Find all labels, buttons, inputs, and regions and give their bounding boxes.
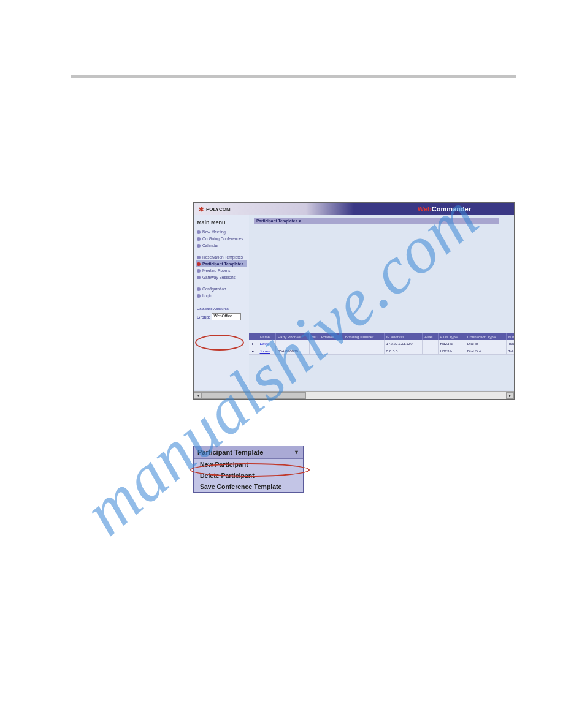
main-content: Participant Templates ▾ Name Party Phone…: [249, 215, 514, 390]
row-icon[interactable]: ▸: [249, 340, 258, 347]
participant-template-menu: Participant Template ▼ New Participant D…: [193, 446, 304, 493]
bullet-icon: [197, 276, 201, 279]
nav-label: Login: [202, 294, 212, 298]
cell-mcu: [310, 347, 343, 355]
webcommander-window: ✱ POLYCOM WebCommander Main Menu New Mee…: [193, 202, 515, 400]
th-mcu-phones[interactable]: MCU Phones: [310, 333, 343, 340]
cell-conn: Dial Out: [465, 347, 506, 355]
cell-name[interactable]: Jones: [258, 347, 275, 355]
vendor-name: POLYCOM: [206, 207, 231, 212]
cell-party: 054-890880: [275, 347, 309, 355]
nav-meeting-rooms[interactable]: Meeting Rooms: [196, 267, 247, 274]
nav-login[interactable]: Login: [196, 292, 247, 299]
nav-new-meeting[interactable]: New Meeting: [196, 229, 247, 235]
cell-conn: Dial In: [465, 340, 506, 347]
scroll-track[interactable]: [202, 392, 506, 399]
cell-party: [275, 340, 309, 347]
cell-aliastype: H323 Id: [438, 340, 465, 347]
horizontal-scrollbar[interactable]: ◂ ▸: [194, 391, 514, 399]
menu-delete-participant[interactable]: Delete Participant: [194, 470, 303, 481]
cell-ip: 0.0.0.0: [384, 347, 423, 355]
db-label: Database Accounts: [196, 305, 247, 311]
th-conn-type[interactable]: Connection Type: [465, 333, 506, 340]
bullet-icon: [197, 287, 201, 291]
bullet-icon: [197, 230, 201, 234]
bullet-icon: [197, 237, 201, 241]
table-row[interactable]: ▸ Dave 172.22.133.139 H323 Id Dial In Ta…: [249, 340, 515, 347]
cell-alias: [423, 347, 439, 355]
nav-ongoing[interactable]: On Going Conferences: [196, 235, 247, 242]
cell-bonding: [343, 340, 384, 347]
th-bonding[interactable]: Bonding Number: [343, 333, 384, 340]
cell-name[interactable]: Dave: [258, 340, 275, 347]
menu-header[interactable]: Participant Template ▼: [194, 446, 303, 459]
nav-label: Calendar: [202, 243, 218, 248]
group-row: Group: WebOffice: [196, 311, 247, 322]
table-row[interactable]: ▸ Jones 054-890880 0.0.0.0 H323 Id Dial …: [249, 347, 515, 355]
nav-gateway-sessions[interactable]: Gateway Sessions: [196, 274, 247, 281]
nav-label: Configuration: [202, 287, 226, 291]
menu-new-participant[interactable]: New Participant: [194, 459, 303, 470]
bullet-icon: [197, 256, 201, 259]
th-ip[interactable]: IP Address: [384, 333, 423, 340]
nav-calendar[interactable]: Calendar: [196, 242, 247, 249]
nav-label: Reservation Templates: [202, 255, 243, 259]
title-web: Web: [418, 205, 432, 213]
vendor-logo: ✱ POLYCOM: [199, 206, 231, 213]
nav-label: Gateway Sessions: [202, 275, 236, 279]
cell-aliastype: H323 Id: [438, 347, 465, 355]
scroll-left-button[interactable]: ◂: [194, 392, 202, 399]
nav-label: Participant Templates: [202, 262, 243, 266]
menu-header-label: Participant Template: [197, 449, 263, 456]
th-name[interactable]: Name: [258, 333, 275, 340]
app-title: WebCommander: [418, 205, 471, 213]
cell-numtype: Taken from service: [506, 347, 515, 355]
th-icon: [249, 333, 258, 340]
row-icon[interactable]: ▸: [249, 347, 258, 355]
nav-participant-templates[interactable]: Participant Templates: [196, 260, 247, 267]
toolbar-label: Participant Templates ▾: [256, 219, 301, 224]
menu-save-conference-template[interactable]: Save Conference Template: [194, 481, 303, 492]
th-alias-type[interactable]: Alias Type: [438, 333, 465, 340]
nav-reservation-templates[interactable]: Reservation Templates: [196, 254, 247, 260]
cell-bonding: [343, 347, 384, 355]
title-commander: Commander: [432, 205, 471, 213]
app-header: ✱ POLYCOM WebCommander: [194, 203, 514, 215]
nav-label: Meeting Rooms: [202, 268, 231, 273]
bullet-icon: [197, 262, 201, 266]
cell-ip: 172.22.133.139: [384, 340, 423, 347]
group-label: Group:: [197, 315, 210, 319]
cell-mcu: [310, 340, 343, 347]
bullet-icon: [197, 294, 201, 298]
th-party-phones[interactable]: Party Phones: [275, 333, 309, 340]
polycom-icon: ✱: [199, 206, 204, 213]
nav-label: New Meeting: [202, 230, 226, 234]
participant-table: Name Party Phones MCU Phones Bonding Num…: [249, 333, 515, 355]
sidebar-heading: Main Menu: [196, 218, 247, 229]
nav-label: On Going Conferences: [202, 237, 243, 241]
th-alias[interactable]: Alias: [423, 333, 439, 340]
th-num-type[interactable]: Num Type: [506, 333, 515, 340]
chevron-down-icon: ▼: [294, 449, 299, 455]
page-divider: [71, 75, 516, 78]
cell-numtype: Taken from service: [506, 340, 515, 347]
sidebar: Main Menu New Meeting On Going Conferenc…: [194, 215, 249, 390]
bullet-icon: [197, 244, 201, 248]
nav-configuration[interactable]: Configuration: [196, 286, 247, 292]
menu-body: New Participant Delete Participant Save …: [194, 459, 303, 492]
group-select[interactable]: WebOffice: [212, 313, 241, 320]
content-toolbar[interactable]: Participant Templates ▾: [254, 218, 499, 224]
bullet-icon: [197, 269, 201, 273]
cell-alias: [423, 340, 439, 347]
scroll-thumb[interactable]: [202, 392, 306, 399]
scroll-right-button[interactable]: ▸: [506, 392, 514, 399]
